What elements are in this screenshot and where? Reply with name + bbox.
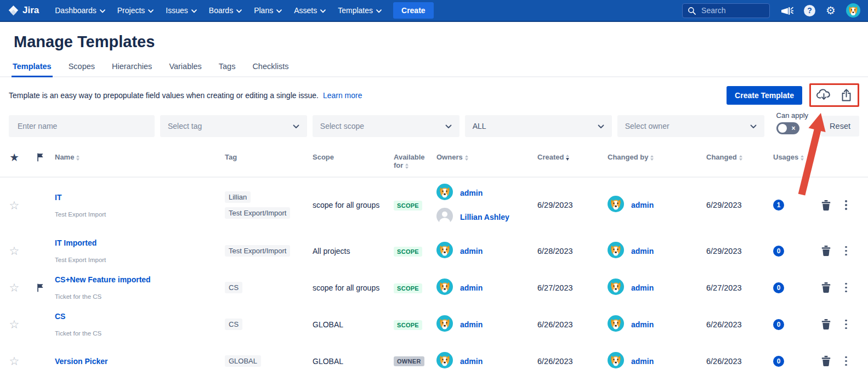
favorite-star-icon[interactable]: ☆ [9,355,20,367]
tab-templates[interactable]: Templates [12,60,53,77]
tag-chip: CS [225,282,242,293]
jira-logo[interactable]: Jira [8,5,39,16]
template-name-link[interactable]: CS [55,312,65,321]
owner-entry: admin [436,315,537,334]
nav-item-boards[interactable]: Boards [203,0,248,21]
owners-cell: admin [436,242,537,260]
usages-cell: 0 [773,356,821,367]
tab-checklists[interactable]: Checklists [251,60,290,77]
apply-filter-select[interactable]: ALL [465,115,612,137]
owner-entry: admin [608,196,706,214]
owner-link[interactable]: admin [460,283,483,292]
chevron-down-icon [598,121,604,131]
scope-filter-select[interactable]: Select scope [313,115,459,137]
tab-tags[interactable]: Tags [218,60,237,77]
template-name-link[interactable]: IT Imported [55,238,97,247]
nav-item-projects[interactable]: Projects [111,0,160,21]
star-column-header-icon[interactable]: ★ [10,153,18,162]
user-avatar[interactable] [846,3,860,18]
column-header-created[interactable]: Created [537,153,569,161]
changed-by-cell: admin [608,196,706,214]
dog-avatar-icon [608,196,624,214]
owner-link[interactable]: admin [460,320,483,329]
search-box [682,3,770,18]
owner-link[interactable]: admin [460,357,483,366]
more-actions-kebab-icon[interactable] [844,199,848,211]
tag-chip: Test Export/Import [225,245,290,257]
dog-avatar-icon [436,184,453,202]
column-header-available-for[interactable]: Available for [394,153,425,169]
column-header-name[interactable]: Name [55,153,80,161]
tab-hierarchies[interactable]: Hierarchies [111,60,153,77]
nav-create-button[interactable]: Create [393,2,434,19]
nav-item-label: Dashboards [55,6,97,15]
owner-link[interactable]: Lillian Ashley [460,213,509,221]
search-input[interactable] [700,5,762,15]
nav-item-assets[interactable]: Assets [288,0,332,21]
dog-avatar-icon [608,279,624,297]
dog-avatar-icon [608,242,624,260]
delete-trash-icon[interactable] [821,282,831,293]
template-name-link[interactable]: IT [55,193,61,202]
scope-cell: scope for all groups [313,283,394,292]
usages-cell: 0 [773,282,821,293]
more-actions-kebab-icon[interactable] [844,319,848,331]
nav-item-templates[interactable]: Templates [332,0,388,21]
tab-variables[interactable]: Variables [168,60,202,77]
more-actions-kebab-icon[interactable] [844,355,848,367]
chevron-down-icon [320,9,326,13]
row-actions [821,282,868,294]
export-share-icon[interactable] [841,89,852,101]
owner-link[interactable]: admin [631,357,654,366]
owner-link[interactable]: admin [631,320,654,329]
dog-avatar-icon [436,279,453,297]
delete-trash-icon[interactable] [821,356,831,366]
name-filter-input[interactable] [16,121,147,131]
column-header-owners[interactable]: Owners [436,153,468,161]
create-template-button[interactable]: Create Template [727,86,802,105]
learn-more-link[interactable]: Learn more [323,91,362,100]
dog-avatar-icon [436,315,453,334]
can-apply-toggle[interactable]: × [776,122,799,134]
column-header-changed[interactable]: Changed [706,153,742,161]
help-icon[interactable]: ? [804,5,815,16]
table-row: ☆IT ImportedTest Export ImportTest Expor… [0,232,868,269]
gear-icon[interactable]: ⚙ [826,5,836,16]
owner-filter-select[interactable]: Select owner [617,115,764,137]
favorite-star-icon[interactable]: ☆ [9,319,20,330]
nav-item-dashboards[interactable]: Dashboards [49,0,111,21]
delete-trash-icon[interactable] [821,200,831,211]
jira-logo-icon [8,5,19,16]
owner-link[interactable]: admin [631,283,654,292]
owner-link[interactable]: admin [460,189,483,197]
delete-trash-icon[interactable] [821,246,831,256]
column-header-changed-by[interactable]: Changed by [608,153,654,161]
usages-count-badge: 1 [773,200,784,211]
owner-link[interactable]: admin [631,247,654,255]
import-cloud-download-icon[interactable] [816,89,831,101]
owner-entry: admin [436,184,537,202]
changed-by-cell: admin [608,352,706,371]
announcements-megaphone-icon[interactable] [780,5,793,16]
usages-cell: 1 [773,200,821,211]
favorite-star-icon[interactable]: ☆ [9,200,20,211]
tag-filter-select[interactable]: Select tag [160,115,307,137]
more-actions-kebab-icon[interactable] [844,245,848,257]
nav-item-plans[interactable]: Plans [248,0,288,21]
column-header-usages[interactable]: Usages [773,153,804,161]
scope-cell: GLOBAL [313,357,394,366]
table-row: ☆Version PickerGLOBALGLOBALOWNERadmin6/2… [0,343,868,375]
owner-link[interactable]: admin [460,247,483,255]
delete-trash-icon[interactable] [821,319,831,329]
template-name-link[interactable]: CS+New Feature imported [55,275,151,284]
reset-button[interactable]: Reset [821,116,859,137]
owner-link[interactable]: admin [631,201,654,209]
favorite-star-icon[interactable]: ☆ [9,245,20,257]
flag-column-header-icon[interactable] [37,153,44,163]
nav-item-issues[interactable]: Issues [160,0,202,21]
template-name-link[interactable]: Version Picker [55,357,108,366]
favorite-star-icon[interactable]: ☆ [9,282,20,293]
tab-scopes[interactable]: Scopes [67,60,96,77]
changed-date: 6/29/2023 [706,247,773,255]
more-actions-kebab-icon[interactable] [844,282,848,294]
